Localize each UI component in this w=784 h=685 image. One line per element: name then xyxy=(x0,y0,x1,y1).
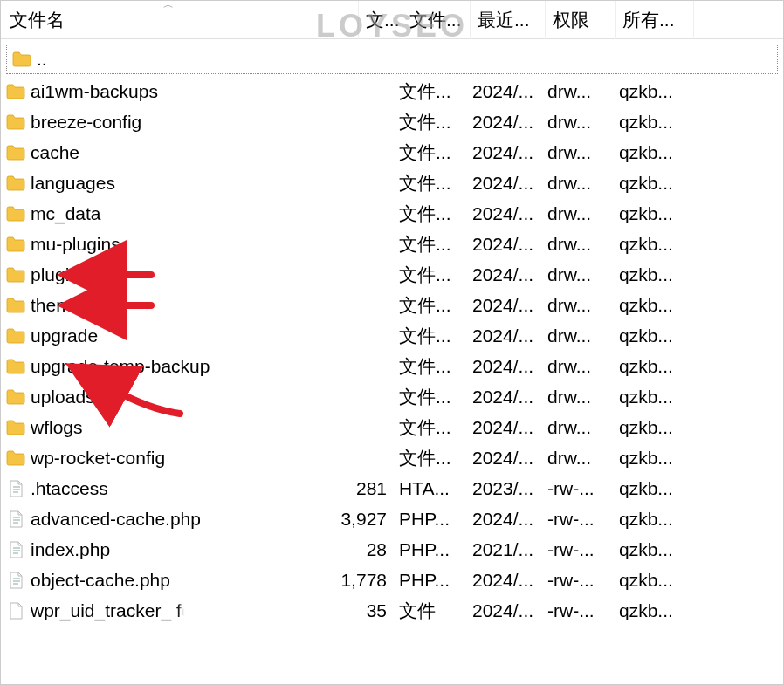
file-date: 2024/... xyxy=(467,570,542,591)
file-owner: qzkb... xyxy=(614,539,692,560)
file-owner: qzkb... xyxy=(614,509,692,530)
file-name: .htaccess xyxy=(31,478,305,499)
file-name: .. xyxy=(37,49,306,70)
file-size: 35 xyxy=(310,600,394,621)
folder-icon xyxy=(6,113,25,131)
table-row[interactable]: mc_data 文件... 2024/... drw... qzkb... xyxy=(1,198,783,229)
table-row[interactable]: mu-plugins 文件... 2024/... drw... qzkb... xyxy=(1,229,783,259)
file-type: 文件... xyxy=(394,263,467,287)
file-name: advanced-cache.php xyxy=(31,509,305,530)
file-date: 2024/... xyxy=(467,295,542,316)
file-name: languages xyxy=(31,173,305,194)
folder-icon xyxy=(6,449,25,467)
file-size: 28 xyxy=(310,539,394,560)
table-row[interactable]: .htaccess 281 HTA... 2023/... -rw-... qz… xyxy=(1,473,783,503)
parent-dir-row[interactable]: .. xyxy=(6,45,778,74)
file-owner: qzkb... xyxy=(614,264,692,285)
file-owner: qzkb... xyxy=(614,173,692,194)
file-perm: -rw-... xyxy=(542,509,614,530)
file-type: 文件... xyxy=(394,140,467,165)
file-date: 2024/... xyxy=(467,448,542,469)
file-type: 文件... xyxy=(394,79,467,104)
column-header-perm[interactable]: 权限 xyxy=(546,1,616,39)
table-row[interactable]: upgrade-temp-backup 文件... 2024/... drw..… xyxy=(1,351,783,381)
folder-icon xyxy=(6,419,25,436)
file-icon xyxy=(6,541,25,558)
column-header-name[interactable]: 文件名 xyxy=(1,1,359,39)
file-list: .. ai1wm-backups 文件... 2024/... drw... q… xyxy=(1,39,783,626)
file-owner: qzkb... xyxy=(614,295,692,316)
file-perm: -rw-... xyxy=(542,570,614,591)
file-perm: -rw-... xyxy=(542,539,614,560)
folder-icon xyxy=(6,327,25,345)
folder-icon xyxy=(6,388,25,406)
file-name: breeze-config xyxy=(31,112,305,133)
file-type: 文件... xyxy=(394,324,467,348)
table-row[interactable]: wpr_uid_tracker_ fe... 35 文件 2024/... -r… xyxy=(1,595,783,626)
table-row[interactable]: uploads 文件... 2024/... drw... qzkb... xyxy=(1,381,783,412)
column-header-date[interactable]: 最近... xyxy=(471,1,546,39)
file-date: 2024/... xyxy=(467,325,542,346)
column-header-row: ︿ 文件名 文... 文件... 最近... 权限 所有... xyxy=(1,1,783,39)
file-type: 文件 xyxy=(394,599,467,623)
file-icon xyxy=(6,572,25,589)
table-row[interactable]: wflogs 文件... 2024/... drw... qzkb... xyxy=(1,412,783,442)
file-owner: qzkb... xyxy=(614,325,692,346)
folder-icon xyxy=(6,83,25,100)
table-row[interactable]: wp-rocket-config 文件... 2024/... drw... q… xyxy=(1,442,783,473)
column-header-type[interactable]: 文件... xyxy=(402,1,471,39)
file-date: 2024/... xyxy=(467,509,542,530)
folder-icon xyxy=(6,236,25,253)
file-type: PHP... xyxy=(394,539,467,560)
file-perm: drw... xyxy=(542,173,614,194)
table-row[interactable]: cache 文件... 2024/... drw... qzkb... xyxy=(1,137,783,168)
file-name: object-cache.php xyxy=(31,570,305,591)
file-date: 2024/... xyxy=(467,173,542,194)
table-row[interactable]: themes 文件... 2024/... drw... qzkb... xyxy=(1,290,783,320)
file-name: cache xyxy=(31,142,305,163)
file-owner: qzkb... xyxy=(614,478,692,499)
table-row[interactable]: advanced-cache.php 3,927 PHP... 2024/...… xyxy=(1,503,783,534)
file-perm: drw... xyxy=(542,264,614,285)
folder-icon xyxy=(6,358,25,375)
file-perm: drw... xyxy=(542,203,614,224)
file-perm: drw... xyxy=(542,234,614,255)
file-name: uploads xyxy=(31,387,305,408)
file-owner: qzkb... xyxy=(614,81,692,102)
table-row[interactable]: object-cache.php 1,778 PHP... 2024/... -… xyxy=(1,565,783,595)
folder-icon xyxy=(6,297,25,314)
folder-icon xyxy=(6,205,25,223)
file-perm: drw... xyxy=(542,81,614,102)
folder-icon xyxy=(6,175,25,192)
file-type: HTA... xyxy=(394,478,467,499)
file-name: wp-rocket-config xyxy=(31,448,305,469)
file-type: PHP... xyxy=(394,509,467,530)
table-row[interactable]: ai1wm-backups 文件... 2024/... drw... qzkb… xyxy=(1,76,783,106)
file-type: 文件... xyxy=(394,171,467,195)
file-type: 文件... xyxy=(394,202,467,226)
file-type: 文件... xyxy=(394,385,467,409)
file-date: 2021/... xyxy=(467,539,542,560)
file-size: 281 xyxy=(310,478,394,499)
file-date: 2024/... xyxy=(467,264,542,285)
file-date: 2024/... xyxy=(467,417,542,438)
table-row[interactable]: index.php 28 PHP... 2021/... -rw-... qzk… xyxy=(1,534,783,565)
file-type: 文件... xyxy=(394,446,467,470)
file-name: themes xyxy=(31,295,305,316)
file-name: ai1wm-backups xyxy=(31,81,305,102)
column-header-owner[interactable]: 所有... xyxy=(616,1,694,39)
table-row[interactable]: breeze-config 文件... 2024/... drw... qzkb… xyxy=(1,106,783,137)
table-row[interactable]: plugins 文件... 2024/... drw... qzkb... xyxy=(1,259,783,290)
table-row[interactable]: upgrade 文件... 2024/... drw... qzkb... xyxy=(1,320,783,351)
file-owner: qzkb... xyxy=(614,112,692,133)
column-header-size[interactable]: 文... xyxy=(359,1,402,39)
file-name: plugins xyxy=(31,264,305,285)
file-perm: drw... xyxy=(542,142,614,163)
table-row[interactable]: languages 文件... 2024/... drw... qzkb... xyxy=(1,168,783,198)
file-type: 文件... xyxy=(394,110,467,134)
file-name: upgrade-temp-backup xyxy=(31,356,305,377)
file-type: PHP... xyxy=(394,570,467,591)
file-icon xyxy=(6,602,25,620)
file-owner: qzkb... xyxy=(614,142,692,163)
folder-icon xyxy=(6,266,25,284)
